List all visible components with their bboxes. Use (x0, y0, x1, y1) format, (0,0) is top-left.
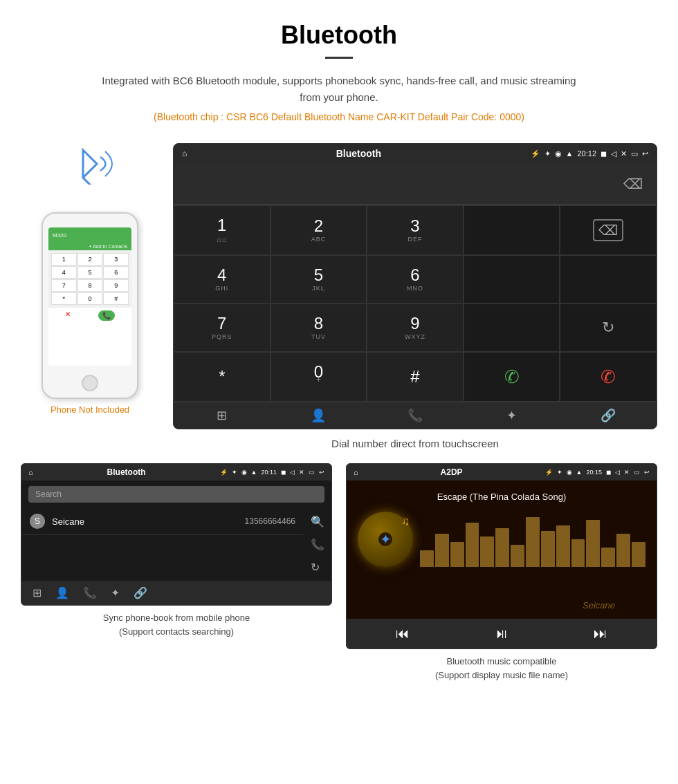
pb-content: S Seicane 13566664466 🔍 📞 ↻ (21, 508, 331, 581)
pb-title: Bluetooth (107, 467, 146, 477)
backspace-icon: ⌫ (593, 219, 623, 241)
pb-nav-link[interactable]: 🔗 (134, 586, 147, 599)
phone-key: 3 (103, 253, 129, 265)
contact-letter: S (30, 514, 45, 529)
phone-key: 5 (77, 266, 103, 279)
next-btn[interactable]: ⏭ (594, 626, 607, 642)
dial-key-4[interactable]: 4 GHI (174, 255, 271, 304)
pb-home-icon: ⌂ (28, 468, 33, 476)
dial-key-backspace[interactable]: ⌫ (560, 205, 657, 255)
album-bt-icon: ✦ (380, 531, 392, 548)
phone-key: 0 (77, 292, 103, 305)
nav-contacts[interactable]: 👤 (271, 408, 367, 423)
contact-number: 13566664466 (245, 516, 295, 526)
phone-key: 7 (51, 279, 77, 292)
dial-key-end[interactable]: ✆ (560, 352, 657, 402)
play-pause-btn[interactable]: ⏯ (495, 626, 508, 642)
music-back-icon: ↩ (644, 469, 650, 476)
pb-wifi-icon: ▲ (251, 469, 257, 476)
call-side-icon[interactable]: 📞 (311, 538, 324, 551)
pb-contact-row[interactable]: S Seicane 13566664466 (21, 508, 304, 535)
window-icon: ▭ (631, 149, 638, 158)
pb-nav-bt[interactable]: ✦ (111, 586, 120, 599)
music-title: A2DP (363, 467, 541, 477)
dial-key-hash[interactable]: # (367, 352, 464, 402)
phone-top-bar: M320 (48, 227, 131, 243)
music-close-icon: ✕ (624, 469, 630, 476)
music-body: Escape (The Pina Colada Song) ✦ ♫ (347, 480, 657, 619)
wifi-icon: ▲ (566, 149, 574, 158)
music-wifi-icon: ▲ (576, 469, 583, 476)
phone-mockup: M320 + Add to Contacts 1 2 3 4 5 6 7 8 9… (42, 212, 138, 399)
description: Integrated with BC6 Bluetooth module, su… (97, 73, 581, 106)
dial-key-star[interactable]: * (174, 352, 271, 402)
music-caption: Bluetooth music compatible (Support disp… (346, 649, 657, 687)
dial-key-2[interactable]: 2 ABC (271, 205, 367, 255)
eq-bar (632, 542, 645, 567)
search-side-icon[interactable]: 🔍 (311, 515, 324, 528)
dial-key-6[interactable]: 6 MNO (367, 255, 464, 304)
phone-screen: M320 + Add to Contacts 1 2 3 4 5 6 7 8 9… (48, 227, 131, 366)
music-equalizer (420, 512, 645, 567)
pb-search-bar[interactable]: Search (28, 486, 324, 503)
pb-nav-contacts[interactable]: 👤 (55, 586, 69, 599)
dial-display: ⌫ (174, 163, 657, 205)
nav-link[interactable]: 🔗 (560, 408, 657, 423)
eq-bar (586, 520, 600, 567)
music-loc-icon: ◉ (567, 469, 572, 476)
home-icon: ⌂ (182, 149, 187, 158)
close-icon: ✕ (621, 149, 627, 158)
dial-key-8[interactable]: 8 TUV (271, 304, 367, 352)
dial-key-1[interactable]: 1 ⌂⌂ (174, 205, 271, 255)
phone-key: 4 (51, 266, 77, 279)
music-caption-line2: (Support display music file name) (435, 670, 568, 680)
music-screen: ⌂ A2DP ⚡ ✦ ◉ ▲ 20:15 ◼ ◁ ✕ ▭ ↩ Escape (T… (346, 463, 657, 649)
pb-status-bar: ⌂ Bluetooth ⚡ ✦ ◉ ▲ 20:11 ◼ ◁ ✕ ▭ ↩ (21, 464, 331, 480)
eq-bar (556, 525, 570, 567)
bt-signal-area (21, 143, 159, 185)
album-art: ✦ ♫ (358, 512, 413, 567)
refresh-side-icon[interactable]: ↻ (311, 561, 324, 574)
dial-key-empty-3 (560, 255, 657, 304)
location-icon: ◉ (555, 149, 562, 158)
time-display: 20:12 (577, 149, 596, 158)
phone-section: M320 + Add to Contacts 1 2 3 4 5 6 7 8 9… (21, 143, 159, 415)
eq-bar (435, 534, 449, 567)
dial-key-5[interactable]: 5 JKL (271, 255, 367, 304)
eq-bar (480, 536, 494, 567)
dial-key-3[interactable]: 3 DEF (367, 205, 464, 255)
dial-key-refresh[interactable]: ↻ (560, 304, 657, 352)
pb-nav-recents[interactable]: 📞 (83, 586, 97, 599)
bottom-nav: ⊞ 👤 📞 ✦ 🔗 (174, 402, 657, 429)
eq-bar (450, 542, 464, 567)
backspace-btn[interactable]: ⌫ (623, 176, 643, 192)
search-placeholder: Search (35, 489, 62, 499)
prev-btn[interactable]: ⏮ (396, 626, 410, 642)
dial-key-empty-4 (464, 304, 560, 352)
music-wrapper: ⌂ A2DP ⚡ ✦ ◉ ▲ 20:15 ◼ ◁ ✕ ▭ ↩ Escape (T… (346, 463, 657, 687)
nav-dialpad[interactable]: ⊞ (174, 408, 271, 423)
pb-caption-line1: Sync phone-book from mobile phone (103, 613, 250, 623)
dial-key-0[interactable]: 0 + (271, 352, 367, 402)
page-title: Bluetooth (14, 21, 664, 50)
eq-bar (541, 531, 555, 567)
phonebook-wrapper: ⌂ Bluetooth ⚡ ✦ ◉ ▲ 20:11 ◼ ◁ ✕ ▭ ↩ Sear… (21, 463, 332, 687)
song-title: Escape (The Pina Colada Song) (437, 492, 566, 502)
status-icons: ⚡ ✦ ◉ ▲ 20:12 ◼ ◁ ✕ ▭ ↩ (531, 149, 648, 158)
phone-not-included-label: Phone Not Included (51, 404, 129, 415)
pb-nav-dialpad[interactable]: ⊞ (33, 586, 42, 599)
nav-recents[interactable]: 📞 (367, 408, 464, 423)
dial-key-7[interactable]: 7 PQRS (174, 304, 271, 352)
dial-screen-wrapper: ⌂ Bluetooth ⚡ ✦ ◉ ▲ 20:12 ◼ ◁ ✕ ▭ ↩ ⌫ (173, 143, 657, 463)
page-header: Bluetooth Integrated with BC6 Bluetooth … (0, 0, 678, 143)
eq-bar (495, 528, 509, 567)
dial-status-bar: ⌂ Bluetooth ⚡ ✦ ◉ ▲ 20:12 ◼ ◁ ✕ ▭ ↩ (174, 144, 657, 163)
dial-key-9[interactable]: 9 WXYZ (367, 304, 464, 352)
nav-bluetooth[interactable]: ✦ (464, 408, 560, 423)
dial-key-call[interactable]: ✆ (464, 352, 560, 402)
bt-status-icon: ✦ (544, 149, 551, 158)
eq-bar (526, 517, 540, 567)
back-icon: ↩ (642, 149, 648, 158)
pb-time: 20:11 (261, 469, 277, 476)
call-icon: ✆ (504, 366, 520, 388)
